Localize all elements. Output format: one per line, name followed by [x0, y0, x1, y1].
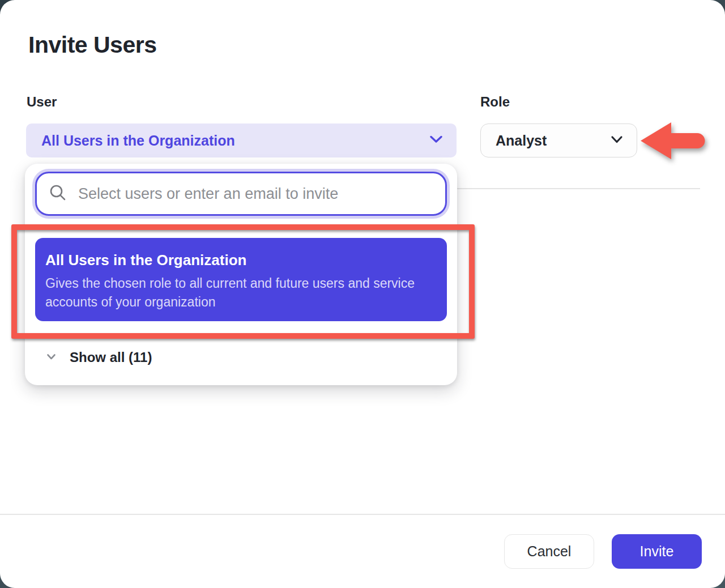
- annotation-arrow-icon: [639, 118, 711, 164]
- invite-button[interactable]: Invite: [612, 534, 702, 569]
- user-search-box[interactable]: [35, 172, 447, 216]
- chevron-down-icon: [429, 135, 443, 146]
- option-description: Gives the chosen role to all current and…: [45, 274, 436, 312]
- show-all-button[interactable]: Show all (11): [46, 348, 152, 367]
- user-select-value: All Users in the Organization: [41, 133, 235, 149]
- option-title: All Users in the Organization: [45, 252, 436, 269]
- option-all-users[interactable]: All Users in the Organization Gives the …: [35, 238, 447, 321]
- cancel-button[interactable]: Cancel: [504, 534, 594, 569]
- user-search-input[interactable]: [78, 185, 434, 203]
- user-field-label: User: [27, 94, 57, 110]
- chevron-down-icon: [611, 135, 623, 146]
- role-select[interactable]: Analyst: [480, 123, 637, 157]
- user-dropdown-panel: All Users in the Organization Gives the …: [25, 164, 457, 385]
- page-title: Invite Users: [28, 32, 156, 58]
- show-all-label: Show all (11): [70, 350, 152, 365]
- user-select[interactable]: All Users in the Organization: [26, 123, 457, 157]
- search-icon: [49, 184, 67, 204]
- footer-divider: [0, 514, 725, 515]
- chevron-down-icon: [46, 352, 56, 363]
- invite-users-dialog: Invite Users User All Users in the Organ…: [0, 0, 725, 588]
- role-field-label: Role: [480, 94, 510, 110]
- role-select-value: Analyst: [496, 133, 547, 149]
